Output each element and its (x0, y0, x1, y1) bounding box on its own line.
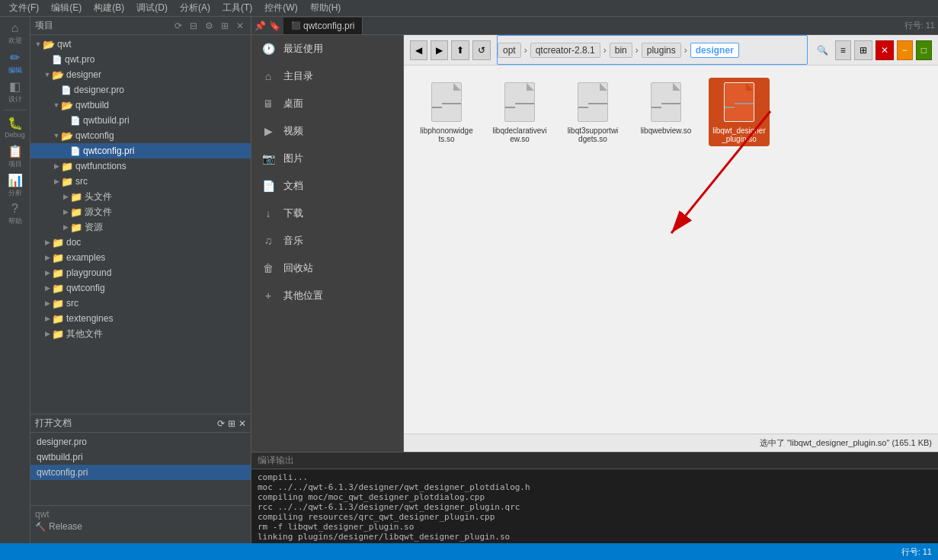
tree-item-qwtconfig[interactable]: ▼📂qwtconfig (30, 128, 251, 143)
tree-item-src2[interactable]: ▶📁src (30, 296, 251, 311)
pin-icon[interactable]: 📌 (255, 21, 266, 31)
place-item-7[interactable]: ♫音乐 (251, 227, 403, 254)
breadcrumb-plugins[interactable]: plugins (642, 43, 681, 58)
active-tab[interactable]: ⬛ qwtconfig.pri (283, 18, 363, 34)
breadcrumb-qtcreator-2.8.1[interactable]: qtcreator-2.8.1 (530, 43, 600, 58)
edit-btn[interactable]: ✏ 编辑 (2, 49, 29, 76)
tree-item-源文件[interactable]: ▶📁源文件 (30, 204, 251, 219)
tree-item-textengines[interactable]: ▶📁textengines (30, 311, 251, 326)
tree-arrow-textengines[interactable]: ▶ (43, 315, 52, 322)
project-btn[interactable]: 📋 项目 (2, 142, 29, 170)
tree-arrow-designer[interactable]: ▼ (43, 71, 52, 78)
menu-analyze[interactable]: 分析(A) (174, 0, 216, 16)
tree-arrow-src[interactable]: ▶ (52, 178, 61, 185)
output-content[interactable]: compili...moc ../../qwt-6.1.3/designer/q… (251, 469, 938, 543)
tree-item-头文件[interactable]: ▶📁头文件 (30, 189, 251, 204)
tree-item-designer[interactable]: ▼📂designer (30, 67, 251, 82)
tree-arrow-playground[interactable]: ▶ (43, 269, 52, 277)
tree-item-qwt.pro[interactable]: 📄qwt.pro (30, 52, 251, 67)
open-doc-designer.pro[interactable]: designer.pro (30, 434, 251, 450)
place-item-8[interactable]: 🗑回收站 (251, 254, 403, 282)
analysis-icon: 📊 (8, 173, 23, 187)
output-line-2: compiling moc/moc_qwt_designer_plotdialo… (258, 492, 932, 502)
help-btn[interactable]: ? 帮助 (2, 200, 29, 228)
tree-arrow-qwtbuild[interactable]: ▼ (52, 101, 61, 109)
place-item-0[interactable]: 🕐最近使用 (251, 35, 403, 62)
view-grid-btn[interactable]: ⊞ (854, 40, 872, 60)
file-item-1[interactable]: libqdeclarativeview.so (489, 78, 550, 146)
panel-settings-btn[interactable]: ⚙ (203, 20, 216, 32)
file-item-4[interactable]: libqwt_designer_plugin.so (709, 78, 770, 146)
maximize-dialog-btn[interactable]: □ (916, 40, 932, 60)
menu-tools[interactable]: 工具(T) (216, 0, 258, 16)
tree-item-qwtfunctions[interactable]: ▶📁qwtfunctions (30, 158, 251, 174)
tree-item-其他文件[interactable]: ▶📁其他文件 (30, 326, 251, 341)
tree-arrow-examples[interactable]: ▶ (43, 254, 52, 261)
panel-expand-btn[interactable]: ⊞ (219, 20, 231, 32)
tree-item-designer.pro[interactable]: 📄designer.pro (30, 82, 251, 98)
nav-up-btn[interactable]: ⬆ (451, 40, 469, 60)
breadcrumb-designer[interactable]: designer (690, 43, 739, 58)
place-item-6[interactable]: ↓下载 (251, 200, 403, 227)
tree-arrow-qwtconfig[interactable]: ▼ (52, 132, 61, 139)
tree-item-qwtbuild.pri[interactable]: 📄qwtbuild.pri (30, 113, 251, 128)
tree-item-src[interactable]: ▶📁src (30, 174, 251, 189)
tree-item-examples[interactable]: ▶📁examples (30, 250, 251, 265)
tree-item-qwtconfig2[interactable]: ▶📁qwtconfig (30, 280, 251, 296)
analysis-btn[interactable]: 📊 分析 (2, 171, 29, 199)
nav-back-btn[interactable]: ◀ (410, 40, 427, 60)
close-dialog-btn[interactable]: ✕ (876, 40, 894, 60)
place-item-2[interactable]: 🖥桌面 (251, 90, 403, 117)
open-doc-qwtbuild.pri[interactable]: qwtbuild.pri (30, 450, 251, 465)
tree-item-playground[interactable]: ▶📁playground (30, 265, 251, 280)
welcome-btn[interactable]: ⌂ 欢迎 (2, 20, 29, 47)
file-item-3[interactable]: libqwebview.so (635, 78, 696, 146)
tree-arrow-qwt[interactable]: ▼ (34, 40, 43, 48)
open-docs-close[interactable]: ✕ (239, 418, 246, 429)
menu-build[interactable]: 构建(B) (88, 0, 130, 16)
breadcrumb-opt[interactable]: opt (498, 43, 521, 58)
tree-arrow-qwtfunctions[interactable]: ▶ (52, 162, 61, 170)
place-item-4[interactable]: 📷图片 (251, 145, 403, 172)
place-item-1[interactable]: ⌂主目录 (251, 62, 403, 90)
place-item-3[interactable]: ▶视频 (251, 117, 403, 145)
panel-close-btn[interactable]: ✕ (234, 20, 246, 32)
place-item-9[interactable]: +其他位置 (251, 282, 403, 309)
file-item-0[interactable]: libphononwidgets.so (416, 78, 477, 146)
minimize-dialog-btn[interactable]: − (897, 40, 913, 60)
open-doc-qwtconfig.pri[interactable]: qwtconfig.pri (30, 465, 251, 480)
tree-item-qwtconfig.pri[interactable]: 📄qwtconfig.pri (30, 143, 251, 158)
tree-arrow-qwtconfig2[interactable]: ▶ (43, 284, 52, 292)
tree-arrow-源文件[interactable]: ▶ (61, 208, 70, 216)
search-icon[interactable]: 🔍 (814, 41, 832, 59)
tree-item-qwtbuild[interactable]: ▼📂qwtbuild (30, 98, 251, 113)
tree-arrow-doc[interactable]: ▶ (43, 238, 52, 246)
nav-forward-btn[interactable]: ▶ (431, 40, 448, 60)
tree-item-doc[interactable]: ▶📁doc (30, 235, 251, 250)
view-list-btn[interactable]: ≡ (835, 40, 851, 60)
menu-debug[interactable]: 调试(D) (130, 0, 174, 16)
welcome-icon: ⌂ (11, 21, 19, 35)
tree-arrow-src2[interactable]: ▶ (43, 299, 52, 307)
open-docs-sync[interactable]: ⟳ (217, 418, 225, 429)
open-docs-expand[interactable]: ⊞ (228, 418, 235, 429)
nav-refresh-btn[interactable]: ↺ (472, 40, 491, 60)
tree-arrow-头文件[interactable]: ▶ (61, 193, 70, 200)
status-line-info: 行号: 11 (901, 546, 932, 558)
design-btn[interactable]: ◧ 设计 (2, 78, 29, 105)
tree-arrow-其他文件[interactable]: ▶ (43, 330, 52, 338)
menu-control[interactable]: 控件(W) (258, 0, 303, 16)
tab-pin[interactable]: 🔖 (269, 21, 280, 31)
tree-item-资源[interactable]: ▶📁资源 (30, 219, 251, 235)
place-item-5[interactable]: 📄文档 (251, 172, 403, 200)
file-item-2[interactable]: libqt3supportwidgets.so (562, 78, 623, 146)
panel-sync-btn[interactable]: ⟳ (172, 20, 184, 32)
tree-arrow-资源[interactable]: ▶ (61, 223, 70, 231)
tree-item-qwt[interactable]: ▼📂qwt (30, 37, 251, 52)
panel-filter-btn[interactable]: ⊟ (187, 20, 200, 32)
menu-edit[interactable]: 编辑(E) (45, 0, 88, 16)
menu-help[interactable]: 帮助(H) (304, 0, 347, 16)
debug-btn[interactable]: 🐛 Debug (2, 114, 29, 141)
menu-file[interactable]: 文件(F) (3, 0, 45, 16)
breadcrumb-bin[interactable]: bin (610, 43, 632, 58)
